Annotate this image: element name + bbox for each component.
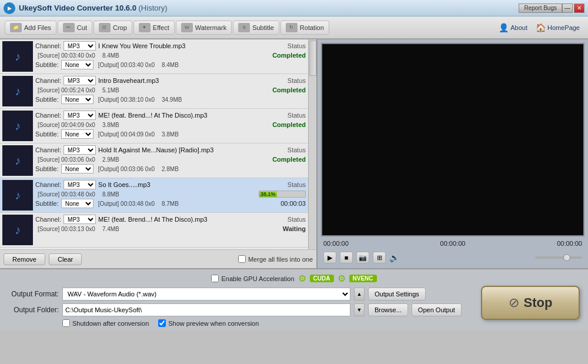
file-thumbnail: ♪: [2, 215, 33, 245]
table-row[interactable]: ♪ Channel: MP3 I Knew You Were Trouble.m…: [0, 39, 308, 74]
close-button[interactable]: ✕: [574, 4, 584, 13]
bottom-area: Enable GPU Acceleration ⚙ CUDA ⚙ NVENC O…: [0, 268, 588, 330]
folder-input[interactable]: [62, 303, 350, 316]
subtitle-icon: S: [238, 23, 250, 32]
table-row[interactable]: ♪ Channel: MP3 ME! (feat. Brend...! At T…: [0, 213, 308, 248]
file-info: Channel: MP3 So It Goes.....mp3 Status […: [35, 180, 306, 209]
progress-bar: 38.1%: [259, 191, 306, 198]
main-area: ♪ Channel: MP3 I Knew You Were Trouble.m…: [0, 39, 588, 268]
channel-select[interactable]: MP3: [64, 145, 96, 155]
file-info: Channel: MP3 Intro Braveheart.mp3 Status…: [35, 76, 306, 105]
subtitle-button[interactable]: S Subtitle: [233, 21, 279, 35]
add-files-button[interactable]: 📁 Add Files: [5, 21, 56, 35]
app-logo: [4, 2, 15, 14]
preview-panel: 00:00:00 00:00:00 00:00:00 ▶ ■ 📷 ⊞ 🔊: [318, 39, 588, 268]
toolbar: 📁 Add Files ✂ Cut ⊡ Crop ✦ Effect W Wate…: [0, 16, 588, 39]
file-thumbnail: ♪: [2, 145, 33, 176]
show-preview-checkbox[interactable]: [158, 319, 166, 327]
file-thumbnail: ♪: [2, 180, 33, 211]
file-thumbnail: ♪: [2, 111, 33, 141]
folder-label: Output Folder:: [6, 306, 59, 314]
table-row[interactable]: ♪ Channel: MP3 Hold It Against Me...Naus…: [0, 143, 308, 178]
speaker-icon: 🔊: [389, 253, 399, 262]
crop-icon: ⊡: [99, 23, 111, 32]
table-row[interactable]: ♪ Channel: MP3 So It Goes.....mp3 Status…: [0, 178, 308, 213]
app-title: UkeySoft Video Converter 10.6.0 (History…: [19, 4, 519, 12]
watermark-button[interactable]: W Watermark: [176, 21, 232, 35]
volume-thumb: [563, 254, 570, 261]
table-row[interactable]: ♪ Channel: MP3 Intro Braveheart.mp3 Stat…: [0, 74, 308, 109]
subtitle-select[interactable]: None: [61, 129, 93, 139]
watermark-icon: W: [181, 23, 193, 32]
format-arrow[interactable]: ▲: [354, 288, 365, 300]
shutdown-checkbox[interactable]: [62, 319, 70, 327]
gpu-checkbox[interactable]: [211, 275, 219, 282]
file-list-scroll[interactable]: ♪ Channel: MP3 I Knew You Were Trouble.m…: [0, 39, 316, 249]
format-label: Output Format:: [6, 290, 59, 298]
subtitle-select[interactable]: None: [61, 199, 93, 208]
stop-preview-button[interactable]: ■: [340, 252, 353, 263]
channel-select[interactable]: MP3: [64, 41, 96, 51]
nvenc-nvidia-icon: ⚙: [338, 273, 346, 284]
browse-button[interactable]: Browse...: [368, 303, 408, 316]
preview-screen: [321, 43, 584, 236]
subtitle-select[interactable]: None: [61, 164, 93, 173]
file-thumbnail: ♪: [2, 76, 33, 106]
about-link[interactable]: 👤 About: [495, 21, 531, 34]
gpu-row: Enable GPU Acceleration ⚙ CUDA ⚙ NVENC: [6, 273, 582, 284]
channel-select[interactable]: MP3: [64, 180, 96, 189]
scrollbar[interactable]: [308, 39, 316, 249]
volume-slider[interactable]: [535, 256, 582, 259]
merge-checkbox[interactable]: [238, 255, 246, 263]
file-info: Channel: MP3 ME! (feat. Brend...! At The…: [35, 215, 306, 233]
rotation-button[interactable]: ↻ Rotation: [280, 21, 329, 35]
folder-dropdown-arrow[interactable]: ▼: [354, 303, 365, 316]
preview-checkbox-area: Show preview when conversion: [158, 319, 259, 327]
shutdown-checkbox-area: Shutdown after conversion: [62, 319, 149, 327]
file-list-panel: ♪ Channel: MP3 I Knew You Were Trouble.m…: [0, 39, 318, 268]
merge-checkbox-area: Merge all files into one: [238, 255, 313, 263]
effect-button[interactable]: ✦ Effect: [133, 21, 175, 35]
title-bar: UkeySoft Video Converter 10.6.0 (History…: [0, 0, 588, 16]
cuda-badge: CUDA: [310, 275, 334, 282]
stop-button[interactable]: ⊘ Stop: [481, 286, 580, 320]
about-icon: 👤: [499, 23, 509, 32]
homepage-link[interactable]: 🏠 HomePage: [532, 21, 583, 34]
channel-select[interactable]: MP3: [64, 76, 96, 85]
window-controls: — ✕: [562, 4, 584, 13]
nvenc-badge: NVENC: [349, 275, 377, 282]
cuda-nvidia-icon: ⚙: [298, 273, 306, 284]
play-button[interactable]: ▶: [323, 252, 336, 263]
stop-label: Stop: [524, 295, 553, 310]
clear-button[interactable]: Clear: [49, 253, 82, 265]
scrollbar-thumb[interactable]: [309, 41, 316, 76]
cut-button[interactable]: ✂ Cut: [58, 21, 92, 35]
open-output-button[interactable]: Open Output: [412, 303, 462, 316]
progress-fill: 38.1%: [259, 191, 277, 197]
format-select[interactable]: WAV - Waveform Audio (*.wav): [62, 288, 350, 300]
rotation-icon: ↻: [286, 23, 298, 32]
remove-button[interactable]: Remove: [4, 253, 45, 265]
report-bugs-button[interactable]: Report Bugs: [519, 4, 562, 13]
table-row[interactable]: ♪ Channel: MP3 ME! (feat. Brend...! At T…: [0, 109, 308, 143]
channel-select[interactable]: MP3: [64, 215, 96, 224]
output-settings-button[interactable]: Output Settings: [368, 288, 426, 300]
subtitle-select[interactable]: None: [61, 60, 93, 69]
subtitle-select[interactable]: None: [61, 95, 93, 104]
minimize-button[interactable]: —: [562, 4, 573, 13]
effect-icon: ✦: [139, 23, 151, 32]
file-thumbnail: ♪: [2, 41, 33, 72]
file-info: Channel: MP3 Hold It Against Me...Nause)…: [35, 145, 306, 175]
preview-timebar: 00:00:00 00:00:00 00:00:00: [321, 239, 584, 248]
add-files-icon: 📁: [10, 23, 22, 32]
cut-icon: ✂: [63, 23, 75, 32]
preview-controls: ▶ ■ 📷 ⊞ 🔊: [321, 251, 584, 265]
screenshot-button[interactable]: 📷: [356, 252, 369, 263]
options-row: Shutdown after conversion Show preview w…: [62, 319, 582, 327]
fullscreen-button[interactable]: ⊞: [373, 252, 386, 263]
file-info: Channel: MP3 I Knew You Were Trouble.mp3…: [35, 41, 306, 71]
file-rows-wrapper: ♪ Channel: MP3 I Knew You Were Trouble.m…: [0, 39, 308, 248]
crop-button[interactable]: ⊡ Crop: [93, 21, 132, 35]
channel-select[interactable]: MP3: [64, 111, 96, 120]
file-info: Channel: MP3 ME! (feat. Brend...! At The…: [35, 111, 306, 140]
